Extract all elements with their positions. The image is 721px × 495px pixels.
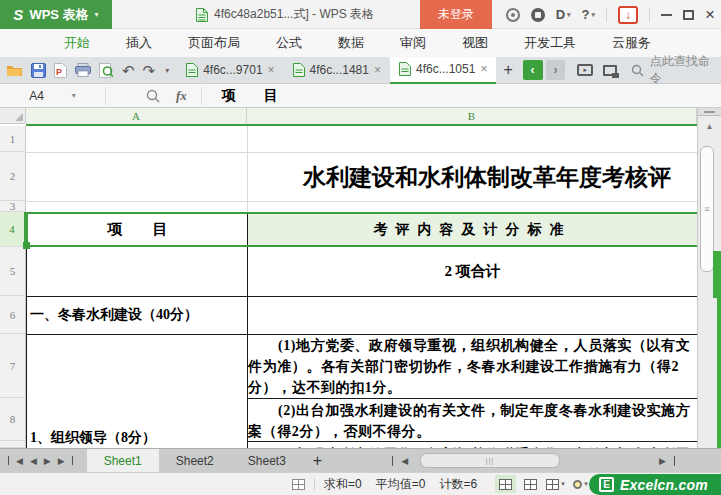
row-header-8[interactable]: 8	[0, 398, 26, 441]
menu-tab-page-layout[interactable]: 页面布局	[188, 34, 240, 52]
scroll-up-icon[interactable]: ▲	[698, 118, 721, 134]
column-header-b[interactable]: B	[247, 108, 697, 124]
toolbar-customize-chevron-icon[interactable]: ▾	[165, 66, 169, 75]
command-search-box[interactable]: 点此查找命令	[631, 53, 721, 87]
separator	[606, 7, 607, 22]
close-icon[interactable]: ×	[480, 62, 487, 76]
new-document-tab-button[interactable]: +	[496, 61, 519, 79]
row-header-2[interactable]: 2	[0, 152, 26, 201]
first-sheet-icon	[8, 456, 9, 465]
wps-app-button[interactable]: S WPS 表格 ▾	[0, 0, 112, 29]
menu-tab-review[interactable]: 审阅	[400, 34, 426, 52]
name-box[interactable]: A4 ▾	[0, 87, 106, 105]
cell-b2-title[interactable]: 水利建设和水利体制改革年度考核评	[303, 160, 671, 196]
switch-window-icon[interactable]	[603, 65, 617, 76]
cell-b8[interactable]: (2)出台加强水利建设的有关文件，制定年度冬春水利建设实施方案（得2分），否则不…	[248, 400, 696, 442]
normal-view-icon	[499, 479, 512, 490]
row-header-7[interactable]: 7	[0, 334, 26, 398]
cell-mode-icon	[292, 479, 305, 490]
document-tab-label: 4f6c...1051	[416, 62, 475, 76]
formula-input[interactable]: 项 目	[202, 87, 278, 105]
document-tab-3-active[interactable]: 4f6c...1051 ×	[390, 57, 496, 84]
chevron-down-icon: ▾	[72, 91, 76, 100]
last-sheet-button[interactable]: ▶	[58, 456, 65, 466]
download-icon[interactable]: ↓	[618, 6, 638, 24]
close-button[interactable]: ×	[705, 6, 715, 23]
chevron-down-icon: ▾	[592, 11, 596, 19]
help-menu-button[interactable]: ? ▾	[582, 7, 595, 22]
docer-menu-button[interactable]: D ▾	[556, 7, 571, 22]
close-icon[interactable]: ×	[268, 63, 275, 77]
menu-tab-insert[interactable]: 插入	[126, 34, 152, 52]
redo-icon[interactable]: ↷	[143, 63, 156, 78]
row-header-1[interactable]: 1	[0, 126, 26, 152]
save-icon[interactable]	[31, 63, 46, 78]
sheet-tab-sheet2[interactable]: Sheet2	[159, 449, 231, 472]
row-header-6[interactable]: 6	[0, 296, 26, 334]
cell-a4-active[interactable]: 项 目	[28, 214, 247, 245]
horizontal-scrollbar[interactable]: |||	[416, 453, 651, 468]
print-icon[interactable]	[75, 63, 91, 77]
previous-tab-button[interactable]: ‹	[523, 60, 543, 80]
vertical-scrollbar[interactable]: ▲ ≡	[697, 108, 721, 448]
menu-tab-developer[interactable]: 开发工具	[524, 34, 576, 52]
cell-b7[interactable]: (1)地方党委、政府领导重视，组织机构健全，人员落实（以有文件为准）。各有关部门…	[248, 335, 696, 398]
app-name: WPS 表格	[29, 6, 88, 24]
scroll-right-icon[interactable]: ▶	[659, 456, 666, 466]
login-button[interactable]: 未登录	[420, 0, 492, 29]
column-header-a[interactable]: A	[26, 108, 247, 124]
status-average: 平均值=0	[376, 476, 426, 493]
print-preview-icon[interactable]	[99, 63, 114, 78]
maximize-button[interactable]	[683, 10, 694, 20]
magnifier-icon[interactable]	[146, 89, 160, 103]
page-layout-view-button[interactable]: ▾	[545, 475, 566, 493]
document-tab-2[interactable]: 4f6c...1481 ×	[284, 57, 390, 84]
page-break-view-button[interactable]	[520, 475, 541, 493]
next-sheet-button[interactable]: ▶	[44, 456, 51, 466]
reading-mode-button[interactable]: ▾	[570, 475, 591, 493]
sync-icon[interactable]	[506, 8, 520, 22]
first-sheet-button[interactable]: ◀	[16, 456, 23, 466]
excelcn-logo-icon: E	[599, 477, 614, 492]
select-all-corner[interactable]	[0, 108, 26, 124]
cell-b5[interactable]: 2 项合计	[248, 247, 697, 296]
minimize-button[interactable]	[661, 14, 672, 16]
formula-bar: A4 ▾ fx 项 目	[0, 84, 721, 108]
vertical-scroll-thumb[interactable]: ≡	[700, 146, 714, 272]
menu-tab-home[interactable]: 开始	[64, 34, 90, 52]
document-tab-1[interactable]: 4f6c...9701 ×	[177, 57, 283, 84]
row-header-9-partial[interactable]	[0, 441, 26, 448]
add-sheet-button[interactable]: +	[303, 452, 332, 470]
horizontal-scroll-thumb[interactable]: |||	[420, 453, 560, 468]
cell-a6[interactable]: 一、冬春水利建设（40分）	[30, 296, 246, 334]
document-tab-label: 4f6c...1481	[310, 63, 369, 77]
skin-icon[interactable]	[531, 8, 545, 22]
export-pdf-icon[interactable]: P	[54, 63, 67, 78]
next-tab-button[interactable]: ›	[546, 60, 566, 80]
name-box-value: A4	[29, 89, 44, 103]
open-file-icon[interactable]	[6, 63, 23, 77]
command-search-placeholder: 点此查找命令	[650, 53, 721, 87]
menu-tab-cloud[interactable]: 云服务	[612, 34, 651, 52]
cell-b4[interactable]: 考评内容及计分标准	[248, 214, 697, 245]
undo-icon[interactable]: ↶	[122, 63, 135, 78]
previous-sheet-button[interactable]: ◀	[30, 456, 37, 466]
close-icon[interactable]: ×	[374, 63, 381, 77]
last-sheet-icon	[72, 456, 73, 465]
menu-tab-data[interactable]: 数据	[338, 34, 364, 52]
cell-a7-merged[interactable]: 1、组织领导（8分）	[30, 429, 156, 448]
sheet-tab-sheet3[interactable]: Sheet3	[231, 449, 303, 472]
menu-tab-view[interactable]: 视图	[462, 34, 488, 52]
row-header-5[interactable]: 5	[0, 247, 26, 296]
sheet-tab-sheet1[interactable]: Sheet1	[87, 449, 159, 472]
selection-handle[interactable]	[23, 242, 30, 249]
normal-view-button[interactable]	[495, 475, 516, 493]
scroll-left-icon[interactable]: ◀	[401, 456, 408, 466]
split-handle[interactable]	[698, 108, 721, 116]
scrollbar-end-cap	[392, 456, 393, 466]
insert-function-icon[interactable]: fx	[176, 88, 187, 104]
search-icon	[631, 64, 644, 77]
menu-tab-formulas[interactable]: 公式	[276, 34, 302, 52]
presentation-icon[interactable]: ▸	[577, 64, 593, 76]
row-header-3[interactable]: 3	[0, 201, 26, 212]
